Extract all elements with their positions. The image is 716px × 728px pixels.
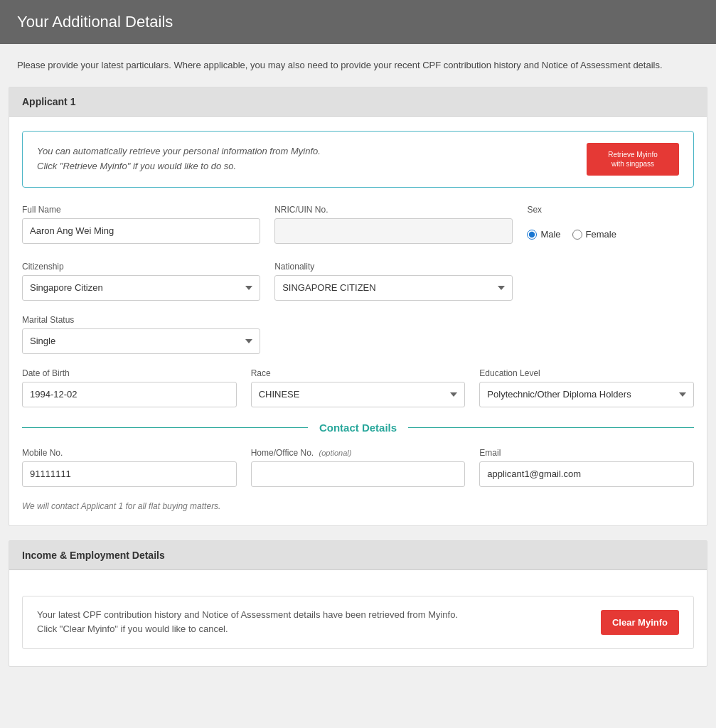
citizenship-group: Citizenship Singapore Citizen	[22, 262, 260, 301]
form-row-1: Full Name NRIC/UIN No. Sex Male	[22, 205, 694, 247]
sex-male-option[interactable]: Male	[527, 229, 560, 240]
myinfo-banner-text: You can automatically retrieve your pers…	[37, 144, 321, 174]
income-banner: Your latest CPF contribution history and…	[22, 596, 694, 650]
intro-text: Please provide your latest particulars. …	[0, 58, 716, 87]
citizenship-label: Citizenship	[22, 262, 260, 272]
sex-female-radio[interactable]	[572, 230, 582, 240]
race-select[interactable]: CHINESE	[251, 382, 466, 407]
home-label: Home/Office No. (optional)	[251, 448, 466, 458]
email-input[interactable]	[479, 461, 694, 487]
nric-group: NRIC/UIN No.	[274, 205, 513, 244]
myinfo-line2: Click "Retrieve Myinfo" if you would lik…	[37, 159, 321, 174]
income-line2: Click "Clear Myinfo" if you would like t…	[37, 622, 458, 637]
education-group: Education Level Polytechnic/Other Diplom…	[479, 368, 694, 407]
sex-male-radio[interactable]	[527, 230, 537, 240]
education-label: Education Level	[479, 368, 694, 378]
marital-status-group: Marital Status Single	[22, 315, 260, 354]
home-group: Home/Office No. (optional)	[251, 448, 466, 487]
nric-input[interactable]	[274, 218, 513, 244]
home-input[interactable]	[251, 461, 466, 487]
race-label: Race	[251, 368, 466, 378]
myinfo-banner: You can automatically retrieve your pers…	[22, 131, 694, 188]
page-header: Your Additional Details	[0, 0, 716, 44]
income-section-body: Your latest CPF contribution history and…	[9, 570, 707, 667]
sex-options: Male Female	[527, 222, 694, 247]
home-optional-label: (optional)	[319, 449, 352, 457]
marital-status-label: Marital Status	[22, 315, 260, 325]
applicant-section: Applicant 1 You can automatically retrie…	[9, 87, 707, 526]
form-row-4: Date of Birth Race CHINESE Education Lev…	[22, 368, 694, 407]
income-section-header: Income & Employment Details	[9, 541, 707, 570]
dob-group: Date of Birth	[22, 368, 237, 407]
applicant-section-body: You can automatically retrieve your pers…	[9, 117, 707, 525]
page-title: Your Additional Details	[17, 13, 699, 31]
nationality-group: Nationality SINGAPORE CITIZEN	[274, 262, 513, 301]
education-select[interactable]: Polytechnic/Other Diploma Holders	[479, 382, 694, 407]
divider-line-right	[408, 427, 694, 428]
email-label: Email	[479, 448, 694, 458]
dob-label: Date of Birth	[22, 368, 237, 378]
sex-female-option[interactable]: Female	[572, 229, 616, 240]
contact-section-title: Contact Details	[308, 422, 408, 434]
sex-male-label: Male	[540, 229, 560, 240]
income-banner-text: Your latest CPF contribution history and…	[37, 608, 458, 638]
income-line1: Your latest CPF contribution history and…	[37, 608, 458, 623]
contact-row: Mobile No. Home/Office No. (optional) Em…	[22, 448, 694, 487]
email-group: Email	[479, 448, 694, 487]
sex-female-label: Female	[586, 229, 616, 240]
dob-input[interactable]	[22, 382, 237, 407]
mobile-group: Mobile No.	[22, 448, 237, 487]
sex-group: Sex Male Female	[527, 205, 694, 247]
form-row-2: Citizenship Singapore Citizen Nationalit…	[22, 262, 694, 301]
mobile-input[interactable]	[22, 461, 237, 487]
nric-label: NRIC/UIN No.	[274, 205, 513, 215]
full-name-input[interactable]	[22, 218, 260, 244]
retrieve-myinfo-button[interactable]: Retrieve Myinfo with singpass	[587, 143, 679, 176]
divider-line-left	[22, 427, 308, 428]
mobile-label: Mobile No.	[22, 448, 237, 458]
contact-note: We will contact Applicant 1 for all flat…	[22, 501, 694, 511]
race-group: Race CHINESE	[251, 368, 466, 407]
applicant-section-header: Applicant 1	[9, 87, 707, 117]
full-name-label: Full Name	[22, 205, 260, 215]
marital-status-select[interactable]: Single	[22, 328, 260, 354]
full-name-group: Full Name	[22, 205, 260, 244]
nationality-label: Nationality	[274, 262, 513, 272]
sex-label: Sex	[527, 205, 694, 215]
myinfo-line1: You can automatically retrieve your pers…	[37, 144, 321, 159]
clear-myinfo-button[interactable]: Clear Myinfo	[601, 610, 679, 635]
contact-divider: Contact Details	[22, 422, 694, 434]
form-row-3: Marital Status Single	[22, 315, 694, 354]
nationality-select[interactable]: SINGAPORE CITIZEN	[274, 275, 513, 301]
citizenship-select[interactable]: Singapore Citizen	[22, 275, 260, 301]
income-section: Income & Employment Details Your latest …	[9, 540, 707, 668]
